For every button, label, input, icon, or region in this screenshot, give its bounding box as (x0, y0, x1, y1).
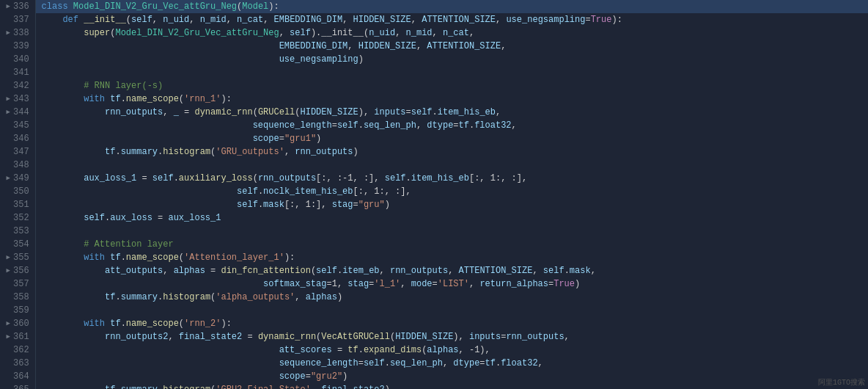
ln-336: ▶336 (3, 0, 29, 13)
code-line-363: sequence_length=self.seq_len_ph, dtype=t… (36, 357, 868, 370)
code-line-350: self.noclk_item_his_eb[:, 1:, :], (36, 185, 868, 198)
ln-351: 351 (3, 198, 29, 211)
code-line-347: tf.summary.histogram('GRU_outputs', rnn_… (36, 145, 868, 159)
fold-344[interactable]: ▶ (3, 106, 10, 119)
ln-353: 353 (3, 225, 29, 238)
code-line-336: class Model_DIN_V2_Gru_Vec_attGru_Neg(Mo… (36, 0, 868, 13)
code-line-354: # Attention layer (36, 238, 868, 251)
ln-344: ▶344 (3, 106, 29, 119)
ln-337: 337 (3, 13, 29, 26)
code-line-349: aux_loss_1 = self.auxiliary_loss(rnn_out… (36, 172, 868, 185)
code-line-337: def __init__(self, n_uid, n_mid, n_cat, … (36, 13, 868, 26)
ln-364: 364 (3, 370, 29, 383)
fold-361[interactable]: ▶ (3, 330, 10, 343)
code-line-345: sequence_length=self.seq_len_ph, dtype=t… (36, 119, 868, 132)
ln-360: ▶360 (3, 317, 29, 330)
watermark: 阿里1GTO搜索 (818, 377, 865, 388)
code-line-338: super(Model_DIN_V2_Gru_Vec_attGru_Neg, s… (36, 26, 868, 40)
code-line-353 (36, 225, 868, 238)
code-line-365: tf.summary.histogram('GRU2_Final_State',… (36, 383, 868, 389)
ln-341: 341 (3, 66, 29, 79)
ln-340: 340 (3, 53, 29, 66)
code-line-360: with tf.name_scope('rnn_2'): (36, 317, 868, 330)
ln-345: 345 (3, 119, 29, 132)
code-line-340: use_negsampling) (36, 53, 868, 66)
ln-355: ▶355 (3, 251, 29, 264)
ln-361: ▶361 (3, 330, 29, 343)
code-lines[interactable]: class Model_DIN_V2_Gru_Vec_attGru_Neg(Mo… (36, 0, 868, 389)
ln-359: 359 (3, 304, 29, 317)
code-line-357: softmax_stag=1, stag='l_1', mode='LIST',… (36, 277, 868, 291)
code-line-339: EMBEDDING_DIM, HIDDEN_SIZE, ATTENTION_SI… (36, 40, 868, 53)
ln-343: ▶343 (3, 92, 29, 106)
ln-346: 346 (3, 132, 29, 145)
code-line-351: self.mask[:, 1:], stag="gru") (36, 198, 868, 211)
fold-355[interactable]: ▶ (3, 251, 10, 264)
ln-342: 342 (3, 79, 29, 92)
ln-348: 348 (3, 159, 29, 172)
code-line-344: rnn_outputs, _ = dynamic_rnn(GRUCell(HID… (36, 106, 868, 119)
ln-358: 358 (3, 291, 29, 304)
code-line-356: att_outputs, alphas = din_fcn_attention(… (36, 264, 868, 277)
ln-356: ▶356 (3, 264, 29, 277)
code-line-352: self.aux_loss = aux_loss_1 (36, 211, 868, 225)
ln-354: 354 (3, 238, 29, 251)
ln-365: 365 (3, 383, 29, 389)
code-line-362: att_scores = tf.expand_dims(alphas, -1), (36, 343, 868, 357)
ln-339: 339 (3, 40, 29, 53)
code-line-358: tf.summary.histogram('alpha_outputs', al… (36, 291, 868, 304)
ln-350: 350 (3, 185, 29, 198)
ln-352: 352 (3, 211, 29, 225)
fold-336[interactable]: ▶ (3, 0, 10, 13)
fold-356[interactable]: ▶ (3, 264, 10, 277)
ln-363: 363 (3, 357, 29, 370)
code-line-346: scope="gru1") (36, 132, 868, 145)
ln-338: ▶338 (3, 26, 29, 40)
code-area: ▶336 337 ▶338 339 340 341 342 ▶343 ▶344 … (0, 0, 868, 389)
code-editor: ▶336 337 ▶338 339 340 341 342 ▶343 ▶344 … (0, 0, 868, 389)
ln-357: 357 (3, 277, 29, 291)
ln-349: ▶349 (3, 172, 29, 185)
fold-343[interactable]: ▶ (3, 92, 10, 106)
code-line-359 (36, 304, 868, 317)
fold-349[interactable]: ▶ (3, 172, 10, 185)
code-line-355: with tf.name_scope('Attention_layer_1'): (36, 251, 868, 264)
fold-338[interactable]: ▶ (3, 26, 10, 40)
line-numbers: ▶336 337 ▶338 339 340 341 342 ▶343 ▶344 … (0, 0, 36, 389)
ln-362: 362 (3, 343, 29, 357)
code-line-341 (36, 66, 868, 79)
fold-360[interactable]: ▶ (3, 317, 10, 330)
code-line-348 (36, 159, 868, 172)
code-line-343: with tf.name_scope('rnn_1'): (36, 92, 868, 106)
code-line-361: rnn_outputs2, final_state2 = dynamic_rnn… (36, 330, 868, 343)
code-line-342: # RNN layer(-s) (36, 79, 868, 92)
code-line-364: scope="gru2") (36, 370, 868, 383)
ln-347: 347 (3, 145, 29, 159)
